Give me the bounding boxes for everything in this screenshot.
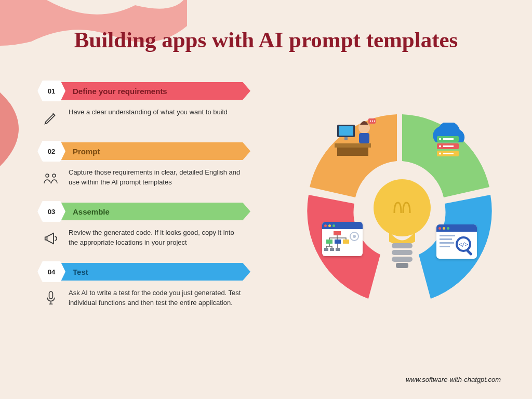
- svg-point-1: [52, 174, 56, 177]
- step-desc: Review the generated code. If it looks g…: [61, 228, 250, 249]
- svg-point-24: [439, 145, 441, 148]
- svg-point-43: [353, 235, 356, 238]
- svg-rect-34: [466, 249, 472, 256]
- step-03: 03 Assemble Review the generated code. I…: [37, 201, 250, 249]
- step-title-bar: Assemble: [58, 203, 250, 220]
- cloud-server-icon: [425, 122, 472, 164]
- svg-point-0: [46, 174, 49, 177]
- step-number-badge: 01: [37, 81, 65, 101]
- flowchart-icon: [319, 218, 366, 260]
- svg-rect-6: [392, 257, 413, 262]
- svg-rect-40: [330, 248, 334, 251]
- svg-rect-9: [339, 126, 353, 136]
- step-title-bar: Prompt: [58, 142, 250, 160]
- code-search-icon: </>: [433, 221, 480, 262]
- process-ring-graphic: </>: [283, 94, 511, 322]
- svg-rect-37: [335, 240, 341, 244]
- step-desc: Have a clear understanding of what you w…: [61, 108, 233, 128]
- svg-point-16: [370, 121, 371, 122]
- step-01: 01 Define your requirements Have a clear…: [37, 81, 250, 128]
- svg-point-17: [372, 121, 373, 122]
- steps-list: 01 Define your requirements Have a clear…: [37, 81, 250, 322]
- step-title-bar: Test: [58, 263, 250, 281]
- step-02: 02 Prompt Capture those requirements in …: [37, 141, 250, 189]
- svg-rect-7: [396, 263, 408, 268]
- svg-rect-23: [443, 138, 454, 140]
- svg-rect-35: [334, 231, 341, 235]
- step-number-badge: 04: [37, 261, 65, 282]
- svg-rect-10: [344, 137, 348, 140]
- svg-rect-41: [336, 248, 340, 251]
- svg-rect-14: [359, 133, 369, 143]
- svg-point-18: [374, 121, 375, 122]
- people-icon: [41, 168, 61, 189]
- svg-rect-39: [324, 248, 328, 251]
- svg-rect-38: [343, 240, 349, 244]
- pencil-icon: [41, 108, 61, 128]
- svg-rect-29: [440, 238, 452, 240]
- footer-url: www.software-with-chatgpt.com: [406, 376, 501, 383]
- step-desc: Capture those requirements in clear, det…: [61, 168, 250, 189]
- svg-rect-11: [335, 143, 371, 148]
- step-desc: Ask AI to write a test for the code you …: [61, 288, 250, 309]
- step-04: 04 Test Ask AI to write a test for the c…: [37, 261, 250, 309]
- page-title: Building apps with AI prompt templates: [0, 27, 532, 52]
- workstation-icon: [332, 117, 379, 158]
- svg-rect-5: [392, 250, 413, 255]
- lightbulb-icon: [371, 171, 433, 275]
- svg-rect-31: [440, 246, 450, 247]
- svg-point-22: [439, 138, 441, 140]
- svg-rect-36: [326, 240, 332, 244]
- svg-rect-27: [443, 153, 454, 154]
- svg-point-3: [374, 179, 431, 236]
- svg-rect-12: [337, 148, 368, 156]
- microphone-icon: [41, 288, 61, 309]
- svg-rect-30: [440, 242, 454, 244]
- step-number-badge: 03: [37, 201, 65, 222]
- step-title-bar: Define your requirements: [58, 82, 250, 100]
- svg-point-26: [439, 153, 441, 155]
- svg-rect-25: [443, 145, 454, 147]
- step-number-badge: 02: [37, 141, 65, 162]
- svg-text:</>: </>: [459, 242, 468, 247]
- svg-rect-2: [49, 291, 53, 299]
- svg-rect-4: [392, 243, 413, 248]
- svg-rect-28: [440, 235, 455, 236]
- megaphone-icon: [41, 228, 61, 249]
